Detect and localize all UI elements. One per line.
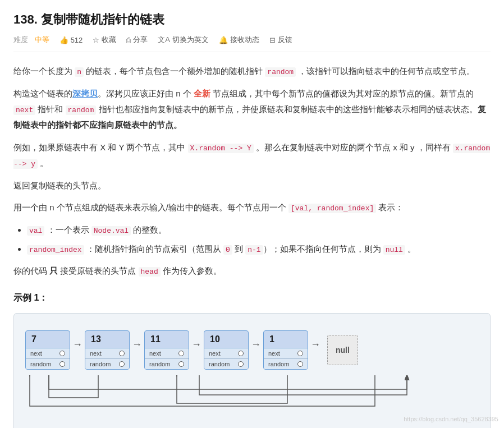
switch-lang-label: 切换为英文 (172, 35, 209, 45)
page-title: 138. 复制带随机指针的链表 (13, 11, 491, 28)
example-title: 示例 1： (13, 292, 491, 304)
node-7-fields: next random (26, 348, 70, 369)
share-button[interactable]: ⎙ 分享 (126, 35, 148, 45)
node-13-next-dot (119, 351, 125, 356)
node-13-random-label: random (90, 361, 111, 367)
feedback-icon: ⊟ (269, 36, 276, 44)
arrow-2: → (130, 339, 144, 351)
node-10-random-dot (238, 361, 244, 367)
translate-icon: 文A (158, 35, 170, 45)
random-arrows-svg (25, 375, 452, 409)
node-1-next-label: next (268, 350, 280, 357)
like-count: 512 (71, 36, 83, 44)
node-1-next-dot (297, 351, 303, 356)
node-7-random-label: random (30, 361, 51, 367)
paragraph-2: 构造这个链表的深拷贝。深拷贝应该正好由 n 个 全新 节点组成，其中每个新节点的… (13, 86, 491, 133)
node-11-next: next (145, 348, 189, 359)
node-10: 10 next random (204, 330, 249, 370)
feedback-label: 反馈 (278, 35, 292, 45)
meta-row: 难度 中等 👍 512 ☆ 收藏 ⎙ 分享 文A 切换为英文 🔔 接收动态 ⊟ … (13, 35, 491, 52)
like-icon: 👍 (59, 36, 68, 44)
paragraph-1: 给你一个长度为 n 的链表，每个节点包含一个额外增加的随机指针 random ，… (13, 63, 491, 79)
node-1-random: random (264, 359, 308, 369)
node-13-next-label: next (90, 350, 102, 357)
node-7-val: 7 (26, 331, 70, 348)
arrow-3: → (189, 339, 204, 351)
node-10-random-label: random (209, 361, 230, 367)
node-11-val: 11 (145, 331, 189, 348)
null-block: null (327, 335, 358, 365)
node-11-next-dot (178, 351, 184, 356)
node-13-val: 13 (85, 331, 129, 348)
node-11-next-label: next (149, 350, 161, 357)
feedback-button[interactable]: ⊟ 反馈 (269, 35, 292, 45)
switch-lang-button[interactable]: 文A 切换为英文 (158, 35, 209, 45)
node-11-random-dot (178, 361, 184, 367)
bullet-item-1: val ：一个表示 Node.val 的整数。 (27, 222, 491, 237)
paragraph-5: 用一个由 n 个节点组成的链表来表示输入/输出中的链表。每个节点用一个 [val… (13, 200, 491, 215)
node-13-random-dot (119, 361, 125, 367)
bell-icon: 🔔 (219, 36, 228, 44)
diagram-container: 7 next random → 13 (13, 313, 491, 428)
like-button[interactable]: 👍 512 (59, 36, 83, 44)
paragraph-3: 例如，如果原链表中有 X 和 Y 两个节点，其中 X.random --> Y … (13, 140, 491, 171)
node-7-next: next (26, 348, 70, 359)
nodes-row: 7 next random → 13 (25, 330, 479, 370)
share-label: 分享 (133, 35, 148, 45)
node-11-random-label: random (149, 361, 170, 367)
node-10-val: 10 (204, 331, 248, 348)
node-13: 13 next random (85, 330, 130, 370)
difficulty-item: 难度 中等 (13, 35, 49, 45)
node-11-random: random (145, 359, 189, 369)
deep-copy-link[interactable]: 深拷贝 (72, 89, 98, 98)
node-7-random: random (26, 359, 70, 369)
node-10-next: next (204, 348, 248, 359)
node-10-random: random (204, 359, 248, 369)
node-7: 7 next random (25, 330, 70, 370)
arrow-5: → (308, 339, 323, 351)
star-icon: ☆ (93, 36, 99, 44)
difficulty-label: 难度 (13, 35, 28, 45)
difficulty-separator (30, 36, 33, 44)
arrow-1: → (70, 339, 85, 351)
node-1: 1 next random (263, 330, 308, 370)
node-13-next: next (85, 348, 129, 359)
bullet-item-2: random_index ：随机指针指向的节点索引（范围从 0 到 n-1）；如… (27, 241, 491, 256)
notification-button[interactable]: 🔔 接收动态 (219, 35, 259, 45)
paragraph-6: 你的代码 只 接受原链表的头节点 head 作为传入参数。 (13, 263, 491, 279)
collect-label: 收藏 (102, 35, 116, 45)
share-icon: ⎙ (126, 36, 131, 44)
content-section: 给你一个长度为 n 的链表，每个节点包含一个额外增加的随机指针 random ，… (13, 63, 491, 279)
node-7-next-label: next (30, 350, 42, 357)
bullet-list: val ：一个表示 Node.val 的整数。 random_index ：随机… (27, 222, 491, 256)
node-1-val: 1 (264, 331, 308, 348)
arrow-4: → (249, 339, 263, 351)
node-13-random: random (85, 359, 129, 369)
notification-label: 接收动态 (230, 35, 259, 45)
watermark: https://blog.csdn.net/qq_35628395 (404, 416, 498, 422)
node-10-next-label: next (209, 350, 221, 357)
node-11: 11 next random (144, 330, 189, 370)
difficulty-value: 中等 (35, 35, 49, 45)
only-keyword: 只 (49, 266, 58, 275)
node-10-next-dot (238, 351, 244, 356)
paragraph-4: 返回复制链表的头节点。 (13, 178, 491, 194)
node-7-next-dot (59, 351, 65, 356)
node-1-random-dot (297, 361, 303, 367)
node-1-random-label: random (268, 361, 289, 367)
new-keyword: 全新 (194, 89, 210, 98)
collect-button[interactable]: ☆ 收藏 (93, 35, 116, 45)
node-1-next: next (264, 348, 308, 359)
node-7-random-dot (59, 361, 65, 367)
